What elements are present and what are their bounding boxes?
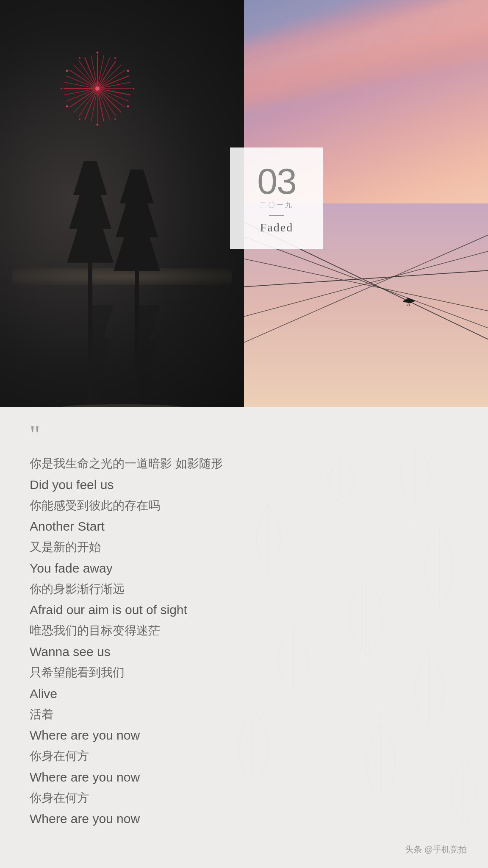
lyric-line: 你身在何方	[30, 746, 458, 766]
lyrics-container: 你是我生命之光的一道暗影 如影随形Did you feel us你能感受到彼此的…	[30, 453, 458, 829]
svg-point-59	[407, 298, 410, 300]
lyric-line: 唯恐我们的目标变得迷茫	[30, 620, 458, 641]
lyric-line: 只希望能看到我们	[30, 662, 458, 683]
svg-marker-47	[92, 305, 114, 407]
svg-marker-48	[139, 305, 160, 407]
card-divider	[269, 215, 284, 216]
card-year: 二〇一九	[260, 201, 294, 210]
svg-point-43	[79, 57, 80, 59]
svg-point-37	[114, 118, 116, 120]
card-number: 03	[257, 163, 296, 199]
lyric-line: Afraid our aim is out of sight	[30, 599, 458, 620]
svg-point-33	[114, 57, 116, 59]
watermark: 头条 @手机竞拍	[405, 844, 467, 855]
lyric-line: Did you feel us	[30, 474, 458, 495]
lyric-line: You fade away	[30, 557, 458, 579]
svg-point-32	[97, 52, 99, 54]
lyric-line: 活着	[30, 704, 458, 725]
svg-marker-46	[114, 170, 160, 407]
lyric-line: Alive	[30, 683, 458, 704]
image-collage: 03 二〇一九 Faded	[0, 0, 488, 407]
svg-point-41	[61, 88, 62, 89]
lyric-line: 你的身影渐行渐远	[30, 579, 458, 599]
lyric-line: 你身在何方	[30, 788, 458, 808]
svg-line-60	[408, 303, 408, 306]
svg-point-35	[133, 88, 134, 89]
svg-point-38	[97, 124, 99, 126]
svg-point-39	[79, 118, 80, 120]
firework-graphic	[55, 46, 140, 133]
card-title: Faded	[260, 221, 293, 234]
svg-line-61	[409, 303, 410, 306]
lyric-line: 又是新的开始	[30, 537, 458, 557]
firework-image	[0, 0, 244, 407]
title-card: 03 二〇一九 Faded	[230, 147, 323, 249]
lyric-line: Wanna see us	[30, 641, 458, 662]
lyric-line: Another Start	[30, 515, 458, 537]
lyric-line: 你能感受到彼此的存在吗	[30, 495, 458, 516]
quote-mark: "	[30, 428, 458, 441]
lyric-line: 你是我生命之光的一道暗影 如影随形	[30, 453, 458, 474]
svg-point-34	[127, 70, 129, 72]
lyrics-section: " 你是我生命之光的一道暗影 如影随形Did you feel us你能感受到彼…	[0, 407, 488, 868]
lyric-line: Where are you now	[30, 808, 458, 829]
lyric-line: Where are you now	[30, 724, 458, 746]
lyric-line: Where are you now	[30, 766, 458, 788]
svg-line-54	[244, 237, 488, 322]
svg-line-52	[244, 254, 488, 322]
svg-point-40	[66, 106, 68, 108]
svg-point-36	[127, 106, 129, 108]
svg-point-42	[66, 70, 68, 72]
svg-marker-45	[67, 161, 114, 407]
svg-point-44	[95, 86, 100, 91]
